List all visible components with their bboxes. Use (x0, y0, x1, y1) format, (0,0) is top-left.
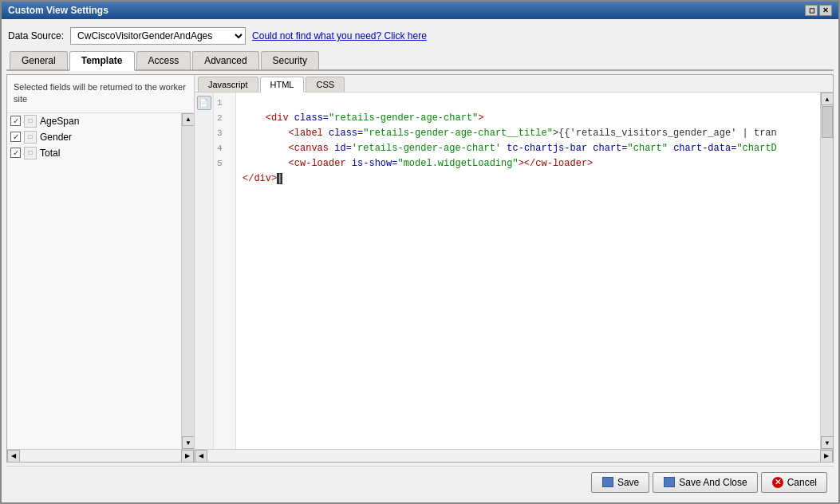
code-toolbar-button[interactable]: 📄 (197, 96, 211, 110)
gender-label: Gender (40, 132, 72, 143)
code-tab-css[interactable]: CSS (306, 77, 345, 92)
left-panel-vscrollbar: ▲ ▼ (181, 113, 194, 449)
agespan-label: AgeSpan (40, 116, 79, 127)
field-item-total: □ Total (7, 145, 181, 161)
line-num-2: 2 (217, 111, 232, 126)
fields-list: □ AgeSpan □ Gender □ Total (7, 113, 181, 449)
cancel-icon-shape: ✕ (772, 477, 783, 488)
hscroll-right[interactable]: ▶ (181, 450, 194, 463)
restore-button[interactable]: ◻ (805, 5, 818, 16)
save-close-icon (663, 477, 676, 488)
agespan-field-icon: □ (24, 115, 37, 128)
fields-list-container: □ AgeSpan □ Gender □ Total (7, 113, 194, 449)
code-vscroll-track (821, 105, 833, 436)
title-bar: Custom View Settings ◻ ✕ (2, 2, 838, 19)
left-panel: Selected fields will be returned to the … (7, 75, 195, 462)
total-checkbox[interactable] (10, 148, 21, 158)
hscroll-left[interactable]: ◀ (7, 450, 20, 463)
save-and-close-button-label: Save And Close (679, 477, 747, 488)
datasource-label: Data Source: (8, 30, 64, 41)
code-vscrollbar: ▲ ▼ (820, 93, 833, 449)
vscroll-down[interactable]: ▼ (182, 436, 194, 449)
main-area: Selected fields will be returned to the … (6, 74, 834, 463)
line-numbers: 1 2 3 4 5 (214, 93, 236, 449)
gender-checkbox[interactable] (10, 132, 21, 142)
save-button[interactable]: Save (591, 472, 649, 493)
custom-view-settings-window: Custom View Settings ◻ ✕ Data Source: Cw… (0, 0, 840, 504)
total-field-icon: □ (24, 147, 37, 159)
tab-advanced[interactable]: Advanced (192, 51, 258, 69)
right-panel: Javascript HTML CSS 📄 1 2 3 4 (195, 75, 833, 462)
code-toolbar: 📄 (195, 93, 214, 449)
code-hscroll-right[interactable]: ▶ (820, 450, 833, 463)
code-hscroll-left[interactable]: ◀ (195, 450, 207, 463)
code-tabs: Javascript HTML CSS (195, 75, 833, 93)
save-button-label: Save (617, 477, 639, 488)
field-item-agespan: □ AgeSpan (7, 113, 181, 129)
save-close-icon-shape (664, 477, 675, 487)
save-icon (601, 477, 614, 488)
footer: Save Save And Close ✕ Cancel (6, 466, 834, 498)
code-vscroll-thumb[interactable] (822, 106, 833, 138)
line-num-5: 5 (217, 156, 232, 171)
cancel-button[interactable]: ✕ Cancel (761, 472, 827, 493)
line-num-1: 1 (217, 96, 232, 111)
cancel-button-label: Cancel (787, 477, 817, 488)
title-bar-buttons: ◻ ✕ (805, 5, 832, 16)
tab-access[interactable]: Access (136, 51, 191, 69)
close-button[interactable]: ✕ (819, 5, 832, 16)
line-num-4: 4 (217, 141, 232, 156)
left-panel-scrollarea: □ AgeSpan □ Gender □ Total (7, 113, 194, 462)
code-content[interactable]: <div class="retails-gender-age-chart"> <… (236, 93, 820, 449)
code-tab-html[interactable]: HTML (260, 77, 305, 93)
vscroll-track (182, 126, 194, 436)
field-item-gender: □ Gender (7, 129, 181, 145)
save-and-close-button[interactable]: Save And Close (653, 472, 757, 493)
gender-field-icon: □ (24, 131, 37, 144)
datasource-help-link[interactable]: Could not find what you need? Click here (252, 30, 427, 41)
tab-general[interactable]: General (10, 51, 68, 69)
save-icon-shape (602, 477, 613, 487)
code-editor-area: 📄 1 2 3 4 5 <div class="retails-gender-a… (195, 93, 833, 449)
datasource-select[interactable]: CwCiscoVisitorGenderAndAges (70, 27, 246, 45)
datasource-row: Data Source: CwCiscoVisitorGenderAndAges… (6, 24, 834, 48)
window-title: Custom View Settings (8, 5, 108, 16)
line-num-3: 3 (217, 126, 232, 141)
cancel-icon: ✕ (771, 477, 784, 488)
vscroll-up[interactable]: ▲ (182, 113, 194, 126)
left-panel-hscrollbar: ◀ ▶ (7, 449, 194, 462)
tab-security[interactable]: Security (261, 51, 319, 69)
tab-template[interactable]: Template (69, 51, 135, 71)
tabs-bar: General Template Access Advanced Securit… (6, 51, 834, 71)
agespan-checkbox[interactable] (10, 116, 21, 126)
left-panel-header: Selected fields will be returned to the … (7, 75, 194, 113)
window-content: Data Source: CwCiscoVisitorGenderAndAges… (2, 19, 838, 502)
code-tab-javascript[interactable]: Javascript (198, 77, 258, 92)
code-hscrollbar: ◀ ▶ (195, 449, 833, 462)
code-vscroll-up[interactable]: ▲ (821, 93, 833, 105)
total-label: Total (40, 148, 60, 159)
code-vscroll-down[interactable]: ▼ (821, 436, 833, 449)
